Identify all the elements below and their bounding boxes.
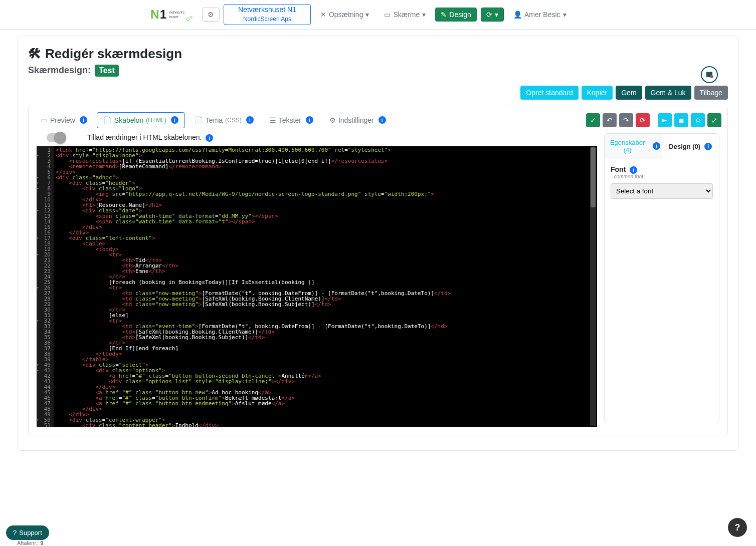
tab-indstillinger[interactable]: ⚙Indstillingeri — [323, 112, 393, 128]
org-switcher[interactable]: Netværkshuset N1 NordicScreen Aps — [224, 4, 311, 25]
nav-skaerme[interactable]: ▭Skærme ▾ — [379, 8, 431, 22]
top-nav: N1netværkshuset ⚙ Netværkshuset N1 Nordi… — [0, 0, 756, 30]
redo-button[interactable]: ↷ — [619, 113, 633, 127]
code-editor[interactable]: 1234567891011121314151617181920212223242… — [37, 146, 597, 427]
monitor-icon: ▭ — [384, 11, 391, 19]
docs-icon[interactable] — [701, 66, 718, 83]
properties-body: Font i --common-font Select a font — [604, 159, 719, 422]
svg-point-5 — [191, 17, 193, 19]
tab-bar: ▭Previewi 📄Skabelon(HTML)i 📄Tema(CSS)i ☰… — [29, 107, 727, 133]
tab-tekster[interactable]: ☰Teksteri — [263, 112, 320, 128]
page-title: 🛠Redigér skærmdesign — [28, 46, 728, 62]
allow-edit-toggle[interactable] — [47, 133, 65, 142]
expand-button[interactable]: ⤢ — [707, 113, 721, 127]
svg-point-6 — [710, 75, 713, 78]
org-line2: NordicScreen Aps — [243, 16, 291, 23]
info-icon[interactable]: i — [379, 116, 386, 124]
file-icon: 📄 — [103, 116, 112, 124]
tab-egenskaber[interactable]: Egenskaber (4)i — [605, 134, 662, 159]
svg-text:huset: huset — [169, 14, 179, 19]
svg-text:N: N — [150, 7, 159, 21]
validate-button[interactable]: ✓ — [586, 113, 600, 127]
main-card: 🛠Redigér skærmdesign Skærmdesign:Test Op… — [18, 36, 738, 451]
format-button[interactable]: ≣ — [674, 113, 688, 127]
logo: N1netværkshuset — [150, 7, 198, 22]
info-icon[interactable]: i — [704, 143, 712, 150]
svg-point-4 — [186, 18, 190, 21]
user-menu[interactable]: 👤Amer Besic ▾ — [508, 8, 572, 22]
design-icon: ✎ — [441, 11, 447, 19]
nav-design[interactable]: ✎Design — [435, 8, 477, 22]
properties-tabs: Egenskaber (4)i Design (0)i — [604, 133, 719, 159]
user-icon: 👤 — [513, 11, 522, 19]
editor-scrollbar[interactable] — [590, 147, 596, 426]
monitor-icon: ▭ — [41, 116, 48, 124]
tab-tema[interactable]: 📄Tema(CSS)i — [188, 112, 260, 128]
gear-icon: ⚙ — [208, 11, 214, 19]
tab-preview[interactable]: ▭Previewi — [35, 112, 94, 128]
editor-code[interactable]: <link href="https://fonts.googleapis.com… — [54, 146, 597, 427]
create-standard-button[interactable]: Opret standard — [520, 86, 578, 100]
org-line1: Netværkshuset N1 — [238, 6, 296, 14]
file-icon: 📄 — [195, 116, 203, 124]
info-icon[interactable]: i — [80, 116, 87, 124]
copy-button[interactable]: Kopiér — [582, 86, 613, 100]
list-icon: ☰ — [270, 116, 276, 124]
sync-button[interactable]: ⟳ ▾ — [481, 8, 504, 22]
nav-opsaetning[interactable]: ✕Opsætning ▾ — [315, 8, 374, 22]
editor-gutter: 1234567891011121314151617181920212223242… — [37, 146, 54, 427]
editor-panel: ▭Previewi 📄Skabelon(HTML)i 📄Tema(CSS)i ☰… — [28, 107, 728, 435]
print-button[interactable]: ⎙ — [691, 113, 705, 127]
page-subtitle: Skærmdesign:Test — [28, 65, 728, 77]
reset-button[interactable]: ⟳ — [636, 113, 650, 127]
info-icon[interactable]: i — [171, 116, 178, 124]
back-button[interactable]: Tilbage — [694, 86, 728, 100]
allow-edit-row: Tillad ændringer i HTML skabelonen. i — [37, 133, 597, 146]
settings-gear-button[interactable]: ⚙ — [202, 8, 220, 22]
font-select[interactable]: Select a font — [611, 183, 713, 199]
tab-skabelon[interactable]: 📄Skabelon(HTML)i — [97, 112, 185, 128]
save-button[interactable]: Gem — [616, 86, 642, 100]
info-icon[interactable]: i — [246, 116, 254, 124]
design-name-chip: Test — [95, 65, 119, 77]
gear-icon: ⚙ — [329, 116, 336, 124]
tab-design-props[interactable]: Design (0)i — [662, 134, 719, 159]
save-close-button[interactable]: Gem & Luk — [645, 86, 691, 100]
sync-icon: ⟳ — [486, 11, 492, 19]
info-icon[interactable]: i — [653, 142, 660, 150]
editor-toolbar: ✓ ↶ ↷ ⟳ ⇤ ≣ ⎙ ⤢ — [586, 113, 721, 127]
info-icon[interactable]: i — [306, 116, 313, 124]
info-icon[interactable]: i — [206, 134, 213, 142]
indent-button[interactable]: ⇤ — [658, 113, 672, 127]
editor-column: Tillad ændringer i HTML skabelonen. i 12… — [37, 133, 597, 427]
properties-column: Egenskaber (4)i Design (0)i Font i --com… — [604, 133, 719, 427]
undo-button[interactable]: ↶ — [603, 113, 617, 127]
allow-edit-label: Tillad ændringer i HTML skabelonen. — [87, 133, 202, 141]
font-hint: --common-font — [611, 174, 713, 179]
tools-icon: ✕ — [320, 11, 326, 19]
page-header: 🛠Redigér skærmdesign Skærmdesign:Test — [28, 46, 728, 77]
tools-icon: 🛠 — [28, 46, 41, 62]
svg-text:1: 1 — [160, 7, 167, 21]
font-label: Font i — [611, 165, 713, 174]
info-icon[interactable]: i — [630, 166, 637, 174]
action-bar: Opret standard Kopiér Gem Gem & Luk Tilb… — [28, 86, 728, 100]
